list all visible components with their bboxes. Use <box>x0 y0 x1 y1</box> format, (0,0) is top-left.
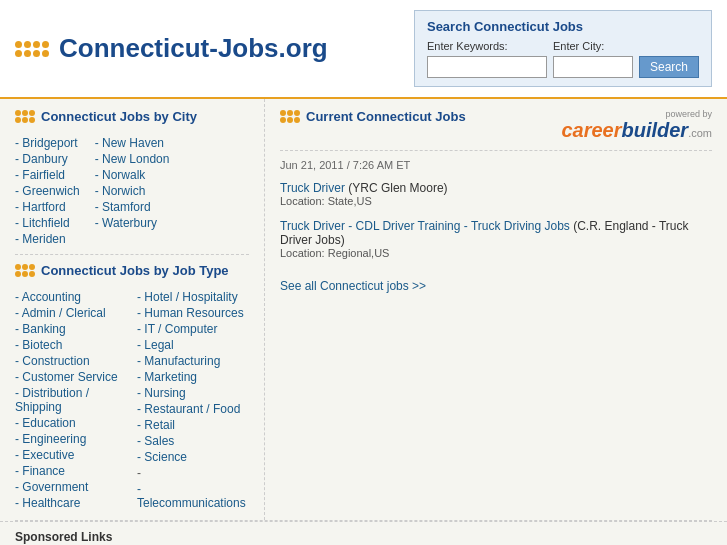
job-type-link[interactable]: - Accounting <box>15 290 81 304</box>
search-labels: Enter Keywords: Enter City: <box>427 40 699 52</box>
job-type-item: - Restaurant / Food <box>137 402 249 416</box>
city-link[interactable]: - Fairfield <box>15 168 65 182</box>
job-type-item: - Customer Service <box>15 370 127 384</box>
cb-career: career <box>561 119 621 142</box>
city-grid: - Bridgeport- Danbury- Fairfield- Greenw… <box>15 136 249 246</box>
job-type-link[interactable]: - IT / Computer <box>137 322 217 336</box>
city-link[interactable]: - Hartford <box>15 200 66 214</box>
see-all-link[interactable]: See all Connecticut jobs >> <box>280 279 426 293</box>
city-link[interactable]: - Danbury <box>15 152 68 166</box>
search-box: Search Connecticut Jobs Enter Keywords: … <box>414 10 712 87</box>
job-type-item: - Nursing <box>137 386 249 400</box>
jobtype-col-1: - Accounting- Admin / Clerical- Banking-… <box>15 290 127 510</box>
keywords-label: Enter Keywords: <box>427 40 547 52</box>
city-link[interactable]: - Litchfield <box>15 216 70 230</box>
jobs-header-row: Current Connecticut Jobs powered by care… <box>280 109 712 142</box>
job-type-item: - Engineering <box>15 432 127 446</box>
jobtypes-section-header: Connecticut Jobs by Job Type <box>15 263 249 282</box>
search-button[interactable]: Search <box>639 56 699 78</box>
job-type-link[interactable]: - Manufacturing <box>137 354 220 368</box>
city-item: - Danbury <box>15 152 80 166</box>
sponsored-links: Sponsored Links <box>0 521 727 545</box>
jobs-divider <box>280 150 712 151</box>
job-type-item: - Distribution / Shipping <box>15 386 127 414</box>
keywords-input[interactable] <box>427 56 547 78</box>
city-link[interactable]: - Waterbury <box>95 216 157 230</box>
job-type-link[interactable]: - Nursing <box>137 386 186 400</box>
job-type-item: - Banking <box>15 322 127 336</box>
job-type-link[interactable]: - Retail <box>137 418 175 432</box>
jobtype-col-2: - Hotel / Hospitality- Human Resources- … <box>137 290 249 510</box>
city-link[interactable]: - Norwich <box>95 184 146 198</box>
job-type-link[interactable]: - Distribution / Shipping <box>15 386 89 414</box>
site-title: Connecticut-Jobs.org <box>59 33 328 64</box>
job-type-item: - Legal <box>137 338 249 352</box>
city-item: - New London <box>95 152 170 166</box>
job-type-item: - Education <box>15 416 127 430</box>
city-label: Enter City: <box>553 40 673 52</box>
cb-com: .com <box>688 127 712 139</box>
current-jobs-header: Current Connecticut Jobs <box>280 109 466 128</box>
cb-brand-text: careerbuilder.com <box>561 119 712 142</box>
main-content: Connecticut Jobs by City - Bridgeport- D… <box>0 99 727 520</box>
job-title-line: Truck Driver - CDL Driver Training - Tru… <box>280 219 712 247</box>
city-item: - Waterbury <box>95 216 170 230</box>
job-type-item: - Executive <box>15 448 127 462</box>
job-type-link[interactable]: - Banking <box>15 322 66 336</box>
city-item: - Norwalk <box>95 168 170 182</box>
job-type-link[interactable]: - Restaurant / Food <box>137 402 240 416</box>
job-type-item: - Construction <box>15 354 127 368</box>
job-type-link[interactable]: - Construction <box>15 354 90 368</box>
job-company: (YRC Glen Moore) <box>345 181 448 195</box>
job-title-line: Truck Driver (YRC Glen Moore) <box>280 181 712 195</box>
job-type-link[interactable]: - Government <box>15 480 88 494</box>
job-type-link[interactable]: - Telecommunications <box>137 482 246 510</box>
job-location: Location: Regional,US <box>280 247 712 259</box>
job-type-link[interactable]: - Hotel / Hospitality <box>137 290 238 304</box>
section-dots-icon <box>15 110 35 123</box>
job-type-link[interactable]: - Executive <box>15 448 74 462</box>
city-link[interactable]: - Bridgeport <box>15 136 78 150</box>
city-col-2: - New Haven- New London- Norwalk- Norwic… <box>95 136 170 246</box>
city-link[interactable]: - Greenwich <box>15 184 80 198</box>
city-link[interactable]: - Meriden <box>15 232 66 246</box>
job-type-link[interactable]: - Legal <box>137 338 174 352</box>
jobs-list: Truck Driver (YRC Glen Moore)Location: S… <box>280 181 712 271</box>
job-type-link[interactable]: - Marketing <box>137 370 197 384</box>
job-type-link[interactable]: - Admin / Clerical <box>15 306 106 320</box>
cities-section-title: Connecticut Jobs by City <box>41 109 197 124</box>
job-type-link[interactable]: - Human Resources <box>137 306 244 320</box>
cb-builder: builder <box>621 119 688 142</box>
city-link[interactable]: - Stamford <box>95 200 151 214</box>
job-type-link[interactable]: - Engineering <box>15 432 86 446</box>
job-entry: Truck Driver - CDL Driver Training - Tru… <box>280 219 712 259</box>
city-link[interactable]: - Norwalk <box>95 168 146 182</box>
job-type-link[interactable]: - Customer Service <box>15 370 118 384</box>
city-link[interactable]: - New London <box>95 152 170 166</box>
job-type-link[interactable]: - Healthcare <box>15 496 80 510</box>
job-location: Location: State,US <box>280 195 712 207</box>
job-type-link[interactable]: - Sales <box>137 434 174 448</box>
job-type-item: - Marketing <box>137 370 249 384</box>
job-type-item: - Healthcare <box>15 496 127 510</box>
job-type-item: - Finance <box>15 464 127 478</box>
section-dots-icon-3 <box>280 110 300 123</box>
city-col-1: - Bridgeport- Danbury- Fairfield- Greenw… <box>15 136 80 246</box>
logo-area: Connecticut-Jobs.org <box>15 33 328 64</box>
job-type-item: - Telecommunications <box>137 482 249 510</box>
job-type-item: - Science <box>137 450 249 464</box>
city-input[interactable] <box>553 56 633 78</box>
search-title: Search Connecticut Jobs <box>427 19 699 34</box>
city-link[interactable]: - New Haven <box>95 136 164 150</box>
current-jobs-title: Current Connecticut Jobs <box>306 109 466 124</box>
city-item: - Bridgeport <box>15 136 80 150</box>
job-title-link[interactable]: Truck Driver <box>280 181 345 195</box>
job-type-link[interactable]: - Science <box>137 450 187 464</box>
job-type-item: - Accounting <box>15 290 127 304</box>
job-type-link[interactable]: - Finance <box>15 464 65 478</box>
job-type-link[interactable]: - Biotech <box>15 338 62 352</box>
job-type-link[interactable]: - Education <box>15 416 76 430</box>
logo-dots-icon <box>15 41 49 57</box>
city-item: - Greenwich <box>15 184 80 198</box>
job-title-link[interactable]: Truck Driver - CDL Driver Training - Tru… <box>280 219 570 233</box>
